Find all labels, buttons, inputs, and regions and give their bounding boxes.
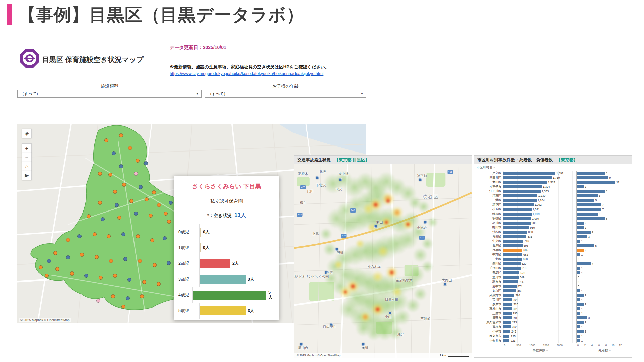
accident-bar[interactable] xyxy=(503,199,537,202)
accident-bar[interactable] xyxy=(503,208,532,211)
municipality-row[interactable]: 江戸川区1,3538 xyxy=(474,189,632,194)
accident-bar[interactable] xyxy=(503,335,509,338)
facility-dot[interactable] xyxy=(140,294,144,298)
facility-dot[interactable] xyxy=(84,274,88,278)
zoom-out-button[interactable]: − xyxy=(22,153,32,162)
municipality-row[interactable]: 練馬区1,0196 xyxy=(474,212,632,217)
facility-dot[interactable] xyxy=(104,138,108,142)
death-bar[interactable] xyxy=(577,307,580,310)
facility-dot[interactable] xyxy=(119,133,123,137)
municipality-row[interactable]: 町田市9302 xyxy=(474,225,632,230)
accident-bar[interactable] xyxy=(503,262,521,265)
row-header[interactable]: 市区町村名 ≡ xyxy=(477,165,495,170)
facility-dot[interactable] xyxy=(113,190,117,194)
facility-dot[interactable] xyxy=(66,238,70,242)
accident-bar[interactable] xyxy=(503,339,509,342)
municipality-row[interactable]: 東久留米市2732 xyxy=(474,320,632,325)
accident-bar[interactable] xyxy=(503,271,519,274)
facility-dot[interactable] xyxy=(47,259,51,263)
death-bar[interactable] xyxy=(577,330,584,333)
municipality-row[interactable]: 大田区1,58311 xyxy=(474,180,632,185)
facility-dot[interactable] xyxy=(157,203,161,207)
death-axis-label[interactable]: 死者数 ≡ xyxy=(578,348,632,353)
facility-dot[interactable] xyxy=(101,217,105,221)
facility-dot[interactable] xyxy=(136,159,140,163)
facility-dot[interactable] xyxy=(163,236,167,240)
facility-dot[interactable] xyxy=(77,234,82,238)
death-bar[interactable] xyxy=(577,172,605,175)
facility-dot[interactable] xyxy=(55,267,59,271)
death-bar[interactable] xyxy=(577,262,591,265)
municipality-row[interactable]: 豊島区5781 xyxy=(474,270,632,275)
accident-bar[interactable] xyxy=(503,285,517,288)
facility-dot[interactable] xyxy=(138,259,142,263)
death-bar[interactable] xyxy=(577,335,580,338)
municipality-row[interactable]: 多摩市3202 xyxy=(474,302,632,307)
municipality-row[interactable]: 板橋区1,0048 xyxy=(474,216,632,221)
death-bar[interactable] xyxy=(577,267,580,270)
accident-bar[interactable] xyxy=(503,330,510,333)
municipality-row[interactable]: 台東区6935 xyxy=(474,243,632,248)
municipality-row[interactable]: 文京区4691 xyxy=(474,289,632,293)
municipality-row[interactable]: 足立区1,8918 xyxy=(474,171,632,176)
death-bar[interactable] xyxy=(577,231,591,234)
accident-bar[interactable] xyxy=(503,217,531,220)
age-bar[interactable] xyxy=(193,291,267,300)
facility-dot[interactable] xyxy=(45,274,49,278)
accident-bar[interactable] xyxy=(503,226,529,229)
municipality-row[interactable]: 新宿区1,0927 xyxy=(474,203,632,207)
map-attribution[interactable]: © 2025 Mapbox © OpenStreetMap xyxy=(19,318,71,322)
facility-dot[interactable] xyxy=(111,294,115,298)
municipality-row[interactable]: 渋谷区8604 xyxy=(474,230,632,235)
accident-bar[interactable] xyxy=(503,312,512,315)
child-age-dropdown[interactable]: （すべて） ▼ xyxy=(205,90,366,98)
facility-dot[interactable] xyxy=(53,251,57,255)
age-bar[interactable] xyxy=(200,228,201,237)
municipality-row[interactable]: 千代田区6181 xyxy=(474,266,632,271)
accident-bar[interactable] xyxy=(503,294,514,297)
death-bar[interactable] xyxy=(577,185,584,188)
facility-dot[interactable] xyxy=(157,282,161,286)
municipality-row[interactable]: 調布市5140 xyxy=(474,280,632,284)
death-bar[interactable] xyxy=(577,244,594,247)
facility-dot[interactable] xyxy=(152,190,156,194)
accident-bar[interactable] xyxy=(503,222,531,225)
accident-bar[interactable] xyxy=(503,325,511,328)
facility-dot[interactable] xyxy=(39,265,43,269)
accident-bar[interactable] xyxy=(503,249,522,252)
heatmap-map[interactable]: 318246420416423415 羽根木北沢東北沢下北沢代田代沢神宮前渋谷区… xyxy=(294,164,472,358)
municipality-row[interactable]: 品川区9862 xyxy=(474,221,632,226)
pan-button[interactable]: ▶ xyxy=(22,171,32,180)
death-bar[interactable] xyxy=(577,203,601,206)
accident-bar[interactable] xyxy=(503,240,523,243)
death-bar[interactable] xyxy=(577,249,584,252)
accident-bar[interactable] xyxy=(503,244,523,247)
facility-dot[interactable] xyxy=(167,261,171,265)
facility-dot[interactable] xyxy=(115,203,119,207)
accident-bar[interactable] xyxy=(503,181,547,184)
facility-dot[interactable] xyxy=(153,263,157,267)
zoom-in-button[interactable]: + xyxy=(22,143,32,153)
facility-dot[interactable] xyxy=(164,212,168,216)
facility-dot[interactable] xyxy=(127,278,131,282)
death-bar[interactable] xyxy=(577,289,580,292)
facility-dot[interactable] xyxy=(149,214,153,218)
facility-dot[interactable] xyxy=(121,232,125,236)
facility-dot[interactable] xyxy=(167,220,171,224)
accident-bar[interactable] xyxy=(503,276,519,279)
municipality-row[interactable]: 葛飾区8353 xyxy=(474,234,632,239)
facility-dot[interactable] xyxy=(123,257,127,261)
death-bar[interactable] xyxy=(577,303,584,306)
facility-dot[interactable] xyxy=(145,197,149,201)
facility-dot[interactable] xyxy=(142,280,146,284)
municipality-row[interactable]: 港区1,2045 xyxy=(474,198,632,203)
facility-dot[interactable] xyxy=(98,172,102,176)
accident-bar[interactable] xyxy=(503,267,521,270)
death-bar[interactable] xyxy=(577,253,580,256)
municipality-row[interactable]: 北区6680 xyxy=(474,257,632,262)
accident-bar[interactable] xyxy=(503,307,512,310)
municipality-row[interactable]: 小金井市2211 xyxy=(474,339,632,343)
death-bar[interactable] xyxy=(577,194,598,197)
municipality-row[interactable]: 中野区6821 xyxy=(474,252,632,257)
municipality-row[interactable]: 西東京市2251 xyxy=(474,334,632,339)
